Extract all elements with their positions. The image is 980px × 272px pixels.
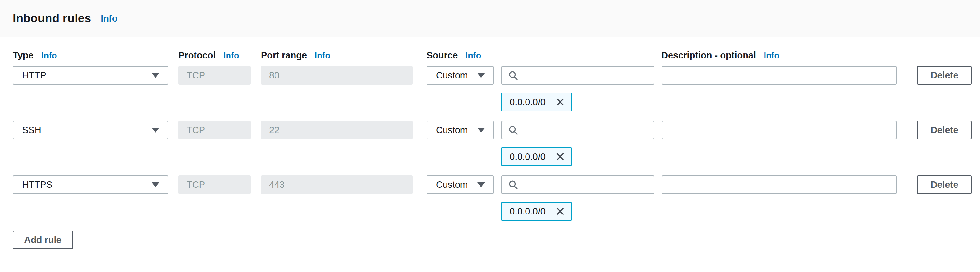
- inbound-rule-row: SSH TCP 22 Custom: [13, 121, 972, 139]
- column-header-description: Description - optional Info: [661, 50, 896, 61]
- inbound-rules-table: Type Info Protocol Info Port range Info …: [0, 49, 980, 249]
- source-token-row: 0.0.0.0/0: [501, 202, 972, 221]
- delete-rule-button[interactable]: Delete: [917, 121, 972, 139]
- description-input[interactable]: [662, 66, 897, 85]
- source-search-input[interactable]: [523, 67, 648, 84]
- page-title: Inbound rules: [13, 12, 91, 25]
- port-range-info-link[interactable]: Info: [315, 51, 330, 60]
- type-info-link[interactable]: Info: [41, 51, 57, 60]
- search-icon: [508, 125, 519, 135]
- source-info-link[interactable]: Info: [466, 51, 481, 60]
- inbound-rules-info-link[interactable]: Info: [100, 13, 118, 24]
- source-search-box[interactable]: [501, 66, 654, 85]
- remove-token-icon[interactable]: [555, 97, 565, 107]
- column-header-port-range: Port range Info: [261, 50, 412, 61]
- protocol-field: TCP: [178, 66, 251, 85]
- source-search-box[interactable]: [501, 121, 654, 139]
- description-info-link[interactable]: Info: [764, 51, 780, 60]
- chevron-down-icon: [477, 73, 485, 78]
- type-select[interactable]: HTTPS: [13, 175, 168, 194]
- source-cidr-token: 0.0.0.0/0: [501, 202, 571, 221]
- source-select[interactable]: Custom: [426, 175, 494, 194]
- inbound-rule-row: HTTP TCP 80 Custom: [13, 66, 972, 85]
- chevron-down-icon: [152, 128, 159, 133]
- source-token-row: 0.0.0.0/0: [501, 93, 972, 111]
- inbound-rules-header: Inbound rules Info: [0, 0, 980, 37]
- port-range-field: 443: [261, 175, 412, 194]
- column-header-type: Type Info: [13, 50, 168, 61]
- description-input[interactable]: [662, 121, 897, 139]
- chevron-down-icon: [477, 128, 485, 133]
- search-icon: [508, 70, 519, 81]
- protocol-info-link[interactable]: Info: [223, 51, 239, 60]
- source-cidr-token: 0.0.0.0/0: [501, 93, 571, 111]
- delete-rule-button[interactable]: Delete: [917, 66, 972, 85]
- chevron-down-icon: [477, 182, 485, 187]
- chevron-down-icon: [152, 182, 159, 187]
- source-search-input[interactable]: [523, 176, 648, 193]
- source-select[interactable]: Custom: [426, 66, 494, 85]
- source-search-input[interactable]: [523, 122, 648, 139]
- protocol-field: TCP: [178, 121, 251, 139]
- remove-token-icon[interactable]: [555, 206, 565, 216]
- source-select[interactable]: Custom: [426, 121, 494, 139]
- delete-rule-button[interactable]: Delete: [917, 175, 972, 194]
- port-range-field: 22: [261, 121, 412, 139]
- source-search-box[interactable]: [501, 175, 654, 194]
- chevron-down-icon: [152, 73, 159, 78]
- column-header-source: Source Info: [426, 50, 654, 61]
- remove-token-icon[interactable]: [555, 152, 565, 162]
- column-headers: Type Info Protocol Info Port range Info …: [13, 49, 972, 62]
- inbound-rule-row: HTTPS TCP 443 Custom: [13, 175, 972, 194]
- column-header-protocol: Protocol Info: [178, 50, 251, 61]
- source-token-row: 0.0.0.0/0: [501, 147, 972, 166]
- source-cidr-token: 0.0.0.0/0: [501, 147, 571, 166]
- description-input[interactable]: [662, 175, 897, 194]
- type-select[interactable]: HTTP: [13, 66, 168, 85]
- port-range-field: 80: [261, 66, 412, 85]
- search-icon: [508, 179, 519, 190]
- add-rule-button[interactable]: Add rule: [13, 231, 73, 249]
- protocol-field: TCP: [178, 175, 251, 194]
- type-select[interactable]: SSH: [13, 121, 168, 139]
